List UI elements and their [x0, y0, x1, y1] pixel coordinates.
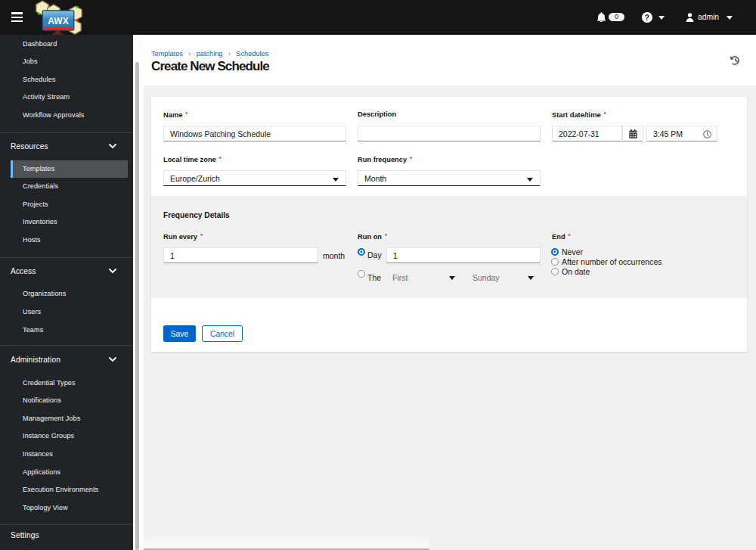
svg-text:AWX: AWX — [48, 16, 68, 26]
